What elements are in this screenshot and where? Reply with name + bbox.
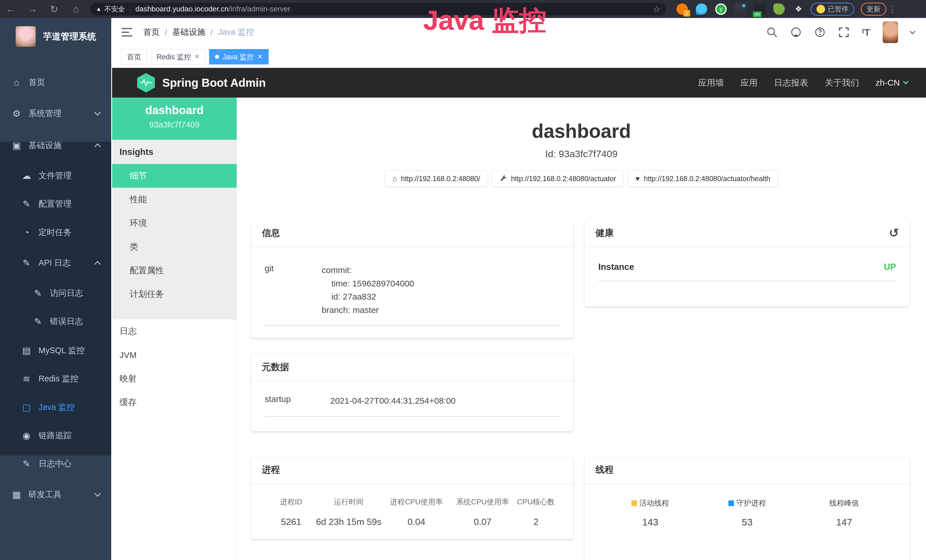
sidebar-item-access-logs[interactable]: ✎ 访问日志 (0, 279, 111, 307)
process-header-uptime: 运行时间 (314, 497, 383, 507)
spring-boot-admin-logo-icon (137, 73, 155, 92)
metadata-card: 元数据 startup 2021-04-27T00:44:31.254+08:0… (251, 354, 573, 431)
fullscreen-icon[interactable] (838, 27, 850, 38)
edit-icon: ✎ (21, 198, 32, 209)
profile-paused-chip[interactable]: 已暂停 (811, 3, 855, 16)
sba-brand-title[interactable]: Spring Boot Admin (162, 76, 266, 89)
url-bar[interactable]: ▲ 不安全 dashboard.yudao.iocoder.cn /infra/… (90, 3, 666, 15)
close-icon[interactable]: ✕ (195, 53, 200, 61)
search-icon[interactable] (766, 27, 778, 38)
sidebar-item-error-logs[interactable]: ✎ 错误日志 (0, 307, 111, 336)
sba-item-classes[interactable]: 类 (112, 235, 237, 259)
process-header-cpus: CPU核心数 (516, 497, 556, 507)
sba-nav-journal[interactable]: 日志报表 (774, 77, 808, 89)
threads-card-title: 线程 (585, 456, 910, 484)
browser-menu-icon[interactable]: ⋮ (888, 4, 897, 14)
process-header-pid: 进程ID (268, 497, 314, 507)
user-avatar[interactable] (883, 21, 898, 43)
reload-icon[interactable]: ↻ (43, 3, 65, 15)
sba-nav-about[interactable]: 关于我们 (825, 77, 859, 89)
sidebar-item-home[interactable]: ⌂ 首页 (0, 68, 111, 97)
chevron-down-icon (903, 79, 909, 85)
instance-links: ⌂ http://192.168.0.2:48080/ http://192.1… (237, 170, 926, 187)
github-icon[interactable] (790, 27, 802, 38)
sidebar-item-api-logs[interactable]: ✎ API 日志 (0, 249, 111, 277)
sba-instance-id: 93a3fc7f7409 (112, 120, 237, 130)
sidebar-item-dev-tools[interactable]: ▦ 研发工具 (0, 480, 111, 509)
app-sidebar: 芋道管理系统 ⌂ 首页 ⚙ 系统管理 ▣ 基础设施 ☁ 文件管理 ✎ 配置管理 … (0, 18, 111, 560)
sba-item-environment[interactable]: 环境 (112, 211, 237, 235)
log-icon: ✎ (21, 257, 32, 268)
tab-java-monitor[interactable]: Java 监控 ✕ (209, 49, 268, 65)
avatar-caret-icon[interactable] (910, 29, 915, 34)
sidebar-item-scheduled-jobs[interactable]: ◔ 定时任务 (0, 218, 111, 247)
extension-leaf-icon[interactable] (773, 3, 785, 15)
sidebar-item-java-monitor[interactable]: ▢ Java 监控 (0, 393, 111, 422)
forward-icon[interactable]: → (22, 3, 43, 15)
extension-y-icon[interactable]: y (715, 3, 727, 15)
sba-nav-applications[interactable]: 应用 (740, 77, 758, 89)
sba-instance-name: dashboard (112, 104, 237, 117)
service-url-button[interactable]: ⌂ http://192.168.0.2:48080/ (385, 170, 488, 187)
back-icon[interactable]: ← (0, 3, 22, 15)
chevron-up-icon (94, 144, 101, 150)
sidebar-item-tracing[interactable]: ◉ 链路追踪 (0, 421, 111, 450)
legend-live-threads: 活动线程 (602, 498, 699, 508)
breadcrumb-infrastructure[interactable]: 基础设施 (172, 27, 205, 38)
sba-language-select[interactable]: zh-CN (876, 78, 908, 88)
tab-home[interactable]: 首页 (121, 49, 147, 65)
extension-pin-icon[interactable] (696, 3, 707, 15)
breadcrumb-home[interactable]: 首页 (143, 27, 160, 38)
extensions-puzzle-icon[interactable]: ❖ (793, 3, 804, 15)
sidebar-item-config-mgmt[interactable]: ✎ 配置管理 (0, 190, 111, 218)
health-instance-row: Instance UP (598, 262, 896, 281)
sidebar-item-infrastructure[interactable]: ▣ 基础设施 (0, 131, 111, 160)
sidebar-item-redis-monitor[interactable]: ≋ Redis 监控 (0, 365, 111, 393)
sidebar-item-mysql-monitor[interactable]: ▤ MySQL 监控 (0, 336, 111, 365)
history-icon[interactable]: ↺ (889, 227, 899, 239)
update-button[interactable]: 更新 (861, 3, 887, 16)
actuator-url-button[interactable]: http://192.168.0.2:48080/actuator (492, 170, 624, 187)
home-icon: ⌂ (392, 174, 397, 183)
monitor-icon: ▣ (11, 140, 22, 151)
heart-icon: ♥ (635, 174, 640, 183)
close-icon[interactable]: ✕ (257, 53, 262, 61)
extension-grid-icon[interactable] (735, 3, 746, 15)
extension-orange-icon[interactable]: 1 (676, 3, 688, 15)
sba-item-scheduled-tasks[interactable]: 计划任务 (112, 282, 237, 306)
hamburger-icon[interactable] (121, 28, 132, 36)
sidebar-item-file-mgmt[interactable]: ☁ 文件管理 (0, 162, 111, 190)
tab-redis-monitor[interactable]: Redis 监控 ✕ (151, 49, 206, 65)
metadata-startup-row: startup 2021-04-27T00:44:31.254+08:00 (265, 394, 560, 417)
toolbox-icon: ▦ (11, 489, 22, 500)
font-size-icon[interactable]: ᵗT (862, 27, 870, 38)
health-card: 健康 ↺ Instance UP (585, 219, 910, 307)
sba-nav-wallboard[interactable]: 应用墙 (698, 77, 724, 89)
sba-item-jvm[interactable]: JVM (112, 343, 237, 367)
tags-view: 首页 Redis 监控 ✕ Java 监控 ✕ (111, 47, 926, 67)
sba-item-mappings[interactable]: 映射 (112, 367, 237, 390)
sba-item-details[interactable]: 细节 (112, 164, 237, 188)
sba-item-metrics[interactable]: 性能 (112, 188, 237, 211)
eye-icon: ◉ (21, 430, 32, 441)
paused-label: 已暂停 (828, 5, 849, 14)
help-icon[interactable] (814, 27, 826, 38)
process-value-uptime: 6d 23h 15m 59s (314, 517, 383, 527)
security-label: 不安全 (104, 5, 125, 14)
sba-instance-header[interactable]: dashboard 93a3fc7f7409 (112, 98, 237, 140)
health-url-button[interactable]: ♥ http://192.168.0.2:48080/actuator/heal… (628, 170, 778, 187)
process-value-pid: 5261 (268, 517, 314, 527)
sba-item-caches[interactable]: 缓存 (112, 390, 237, 414)
sidebar-item-log-center[interactable]: ✎ 日志中心 (0, 450, 111, 478)
sba-item-loggers[interactable]: 日志 (112, 319, 237, 343)
bookmark-star-icon[interactable]: ☆ (653, 4, 661, 14)
page-instance-id: Id: 93a3fc7f7409 (237, 148, 926, 159)
process-header-system-cpu: 系统CPU使用率 (449, 497, 516, 507)
browser-home-icon[interactable]: ⌂ (65, 3, 87, 15)
extension-tampermonkey-icon[interactable]: on (754, 3, 766, 15)
app-logo[interactable]: 芋道管理系统 (0, 21, 111, 52)
info-card: 信息 git commit: time: 1596289704000 id: 2… (251, 219, 573, 338)
process-value-process-cpu: 0.04 (383, 517, 449, 527)
sidebar-item-system-mgmt[interactable]: ⚙ 系统管理 (0, 99, 111, 128)
sba-item-config-props[interactable]: 配置属性 (112, 259, 237, 282)
